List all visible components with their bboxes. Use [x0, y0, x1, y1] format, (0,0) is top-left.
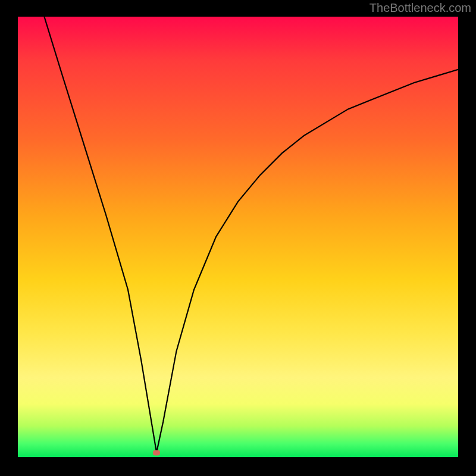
- plot-area: [18, 17, 458, 457]
- bottleneck-curve: [18, 17, 458, 457]
- optimum-marker: [153, 450, 160, 455]
- chart-frame: TheBottleneck.com: [0, 0, 476, 476]
- watermark-text: TheBottleneck.com: [369, 1, 471, 15]
- curve-path: [44, 17, 458, 453]
